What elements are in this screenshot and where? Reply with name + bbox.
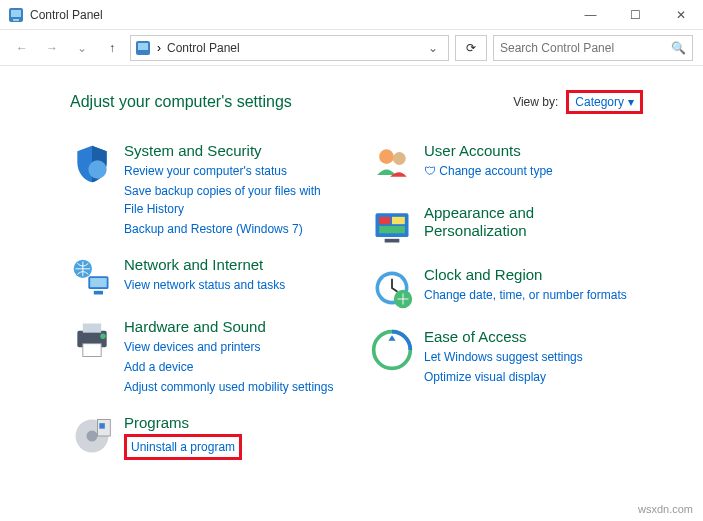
change-account-type-link[interactable]: 🛡 Change account type [424, 162, 553, 180]
uac-shield-icon: 🛡 [424, 164, 436, 178]
control-panel-icon [135, 40, 151, 56]
close-button[interactable]: ✕ [658, 0, 703, 30]
suggest-settings-link[interactable]: Let Windows suggest settings [424, 348, 583, 366]
svg-rect-24 [385, 239, 400, 243]
svg-rect-22 [392, 217, 405, 224]
printer-icon [70, 318, 114, 362]
svg-rect-21 [379, 217, 390, 224]
chevron-down-icon: ▾ [628, 95, 634, 109]
user-accounts-title[interactable]: User Accounts [424, 142, 553, 160]
breadcrumb-text[interactable]: Control Panel [167, 41, 240, 55]
category-network-internet: Network and Internet View network status… [70, 256, 340, 300]
breadcrumb-sep: › [157, 41, 161, 55]
search-icon[interactable]: 🔍 [671, 41, 686, 55]
svg-rect-17 [99, 423, 104, 429]
maximize-button[interactable]: ☐ [613, 0, 658, 30]
svg-point-13 [100, 334, 106, 340]
viewby-control: View by: Category ▾ [513, 90, 643, 114]
control-panel-icon [8, 7, 24, 23]
date-time-formats-link[interactable]: Change date, time, or number formats [424, 286, 627, 304]
category-clock-region: Clock and Region Change date, time, or n… [370, 266, 640, 310]
optimize-display-link[interactable]: Optimize visual display [424, 368, 583, 386]
search-input[interactable] [500, 41, 671, 55]
users-icon [370, 142, 414, 186]
network-internet-title[interactable]: Network and Internet [124, 256, 285, 274]
svg-rect-2 [13, 19, 19, 21]
network-icon [70, 256, 114, 300]
recent-dropdown[interactable]: ⌄ [70, 36, 94, 60]
watermark: wsxdn.com [638, 503, 693, 515]
clock-icon [370, 266, 414, 310]
system-security-title[interactable]: System and Security [124, 142, 340, 160]
category-ease-of-access: Ease of Access Let Windows suggest setti… [370, 328, 640, 386]
svg-rect-4 [138, 43, 148, 50]
programs-title[interactable]: Programs [124, 414, 242, 432]
svg-rect-8 [90, 278, 107, 287]
svg-point-5 [88, 160, 106, 178]
minimize-button[interactable]: — [568, 0, 613, 30]
svg-rect-9 [94, 291, 103, 295]
svg-rect-11 [83, 324, 101, 333]
viewby-label: View by: [513, 95, 558, 109]
mobility-settings-link[interactable]: Adjust commonly used mobility settings [124, 378, 333, 396]
ease-of-access-title[interactable]: Ease of Access [424, 328, 583, 346]
clock-region-title[interactable]: Clock and Region [424, 266, 627, 284]
uninstall-program-link[interactable]: Uninstall a program [131, 440, 235, 454]
titlebar: Control Panel — ☐ ✕ [0, 0, 703, 30]
programs-icon [70, 414, 114, 458]
svg-point-19 [393, 152, 406, 165]
window-controls: — ☐ ✕ [568, 0, 703, 30]
svg-rect-12 [83, 344, 101, 357]
add-device-link[interactable]: Add a device [124, 358, 333, 376]
review-status-link[interactable]: Review your computer's status [124, 162, 340, 180]
window-title: Control Panel [30, 8, 103, 22]
backup-restore-link[interactable]: Backup and Restore (Windows 7) [124, 220, 340, 238]
refresh-button[interactable]: ⟳ [455, 35, 487, 61]
uninstall-highlight: Uninstall a program [124, 434, 242, 460]
category-hardware-sound: Hardware and Sound View devices and prin… [70, 318, 340, 396]
svg-rect-20 [376, 213, 409, 237]
back-button[interactable]: ← [10, 36, 34, 60]
viewby-dropdown[interactable]: Category ▾ [566, 90, 643, 114]
svg-rect-1 [11, 10, 21, 17]
breadcrumb[interactable]: › Control Panel ⌄ [130, 35, 449, 61]
svg-point-18 [379, 149, 394, 164]
svg-rect-23 [379, 226, 405, 233]
page-title: Adjust your computer's settings [70, 93, 292, 111]
network-status-link[interactable]: View network status and tasks [124, 276, 285, 294]
hardware-sound-title[interactable]: Hardware and Sound [124, 318, 333, 336]
appearance-icon [370, 204, 414, 248]
svg-point-15 [87, 431, 98, 442]
forward-button[interactable]: → [40, 36, 64, 60]
content: Adjust your computer's settings View by:… [0, 66, 703, 460]
search-bar[interactable]: 🔍 [493, 35, 693, 61]
devices-printers-link[interactable]: View devices and printers [124, 338, 333, 356]
category-appearance: Appearance and Personalization [370, 204, 640, 248]
navbar: ← → ⌄ ↑ › Control Panel ⌄ ⟳ 🔍 [0, 30, 703, 66]
file-history-link[interactable]: Save backup copies of your files with Fi… [124, 182, 340, 218]
appearance-title[interactable]: Appearance and Personalization [424, 204, 640, 240]
category-system-security: System and Security Review your computer… [70, 142, 340, 238]
ease-of-access-icon [370, 328, 414, 372]
viewby-value-text: Category [575, 95, 624, 109]
breadcrumb-dropdown-icon[interactable]: ⌄ [422, 41, 444, 55]
category-user-accounts: User Accounts 🛡 Change account type [370, 142, 640, 186]
category-programs: Programs Uninstall a program [70, 414, 340, 460]
shield-icon [70, 142, 114, 186]
up-button[interactable]: ↑ [100, 36, 124, 60]
